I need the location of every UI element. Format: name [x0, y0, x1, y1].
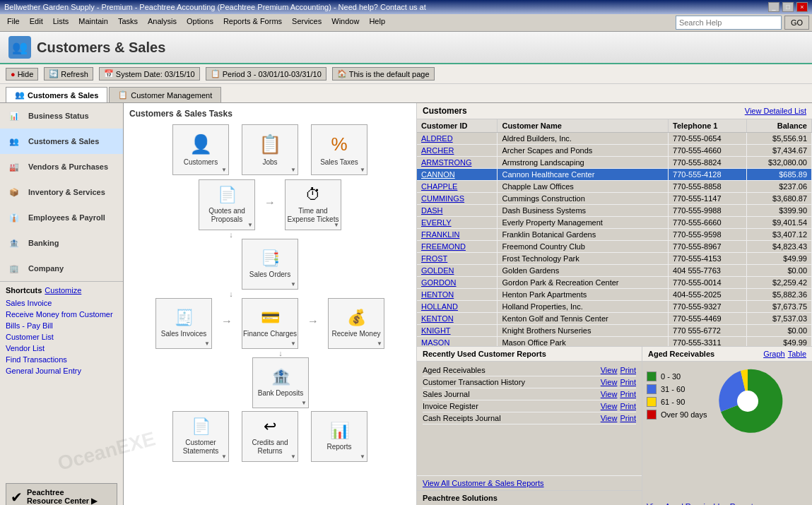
sidebar-item-company[interactable]: 🏢 Company: [0, 256, 123, 281]
col-customer-name[interactable]: Customer Name: [498, 119, 669, 133]
customer-id-MASON[interactable]: MASON: [421, 338, 449, 346]
table-row[interactable]: FRANKLIN Franklin Botanical Gardens 770-…: [417, 229, 812, 241]
system-date-button[interactable]: 📅 System Date: 03/15/10: [99, 67, 200, 81]
period-button[interactable]: 📋 Period 3 - 03/01/10-03/31/10: [206, 67, 326, 81]
view-aged-receivables-link[interactable]: View Aged Receivables Report: [647, 501, 808, 505]
customer-id-KENTON[interactable]: KENTON: [421, 314, 454, 323]
table-row[interactable]: ALDRED Aldred Builders, Inc. 770-555-065…: [417, 133, 812, 145]
graph-link[interactable]: Graph: [763, 350, 785, 358]
col-balance[interactable]: Balance: [746, 119, 811, 133]
task-reports[interactable]: 📊 Reports ▼: [307, 411, 371, 462]
table-row[interactable]: DASH Dash Business Systems 770-555-9988 …: [417, 205, 812, 217]
customer-id-GOLDEN[interactable]: GOLDEN: [421, 266, 454, 275]
shortcut-find-transactions[interactable]: Find Transactions: [6, 354, 117, 365]
shortcut-customer-list[interactable]: Customer List: [6, 331, 117, 343]
search-input[interactable]: [676, 16, 782, 30]
hide-button[interactable]: ● Hide: [6, 68, 38, 81]
menu-window[interactable]: Window: [327, 16, 363, 30]
sidebar-item-employees-payroll[interactable]: 👔 Employees & Payroll: [0, 205, 123, 230]
table-row[interactable]: KNIGHT Knight Brothers Nurseries 770 555…: [417, 325, 812, 337]
col-customer-id[interactable]: Customer ID: [417, 119, 498, 133]
table-row[interactable]: HENTON Henton Park Apartments 404-555-20…: [417, 289, 812, 301]
tab-customer-management[interactable]: 📋 Customer Management: [109, 87, 221, 102]
report-view-2[interactable]: View: [601, 390, 618, 398]
table-row[interactable]: GORDON Gordon Park & Recreation Center 7…: [417, 277, 812, 289]
report-view-0[interactable]: View: [601, 366, 618, 374]
menu-help[interactable]: Help: [365, 16, 389, 30]
menu-lists[interactable]: Lists: [49, 16, 73, 30]
shortcut-vendor-list[interactable]: Vendor List: [6, 343, 117, 354]
customer-id-KNIGHT[interactable]: KNIGHT: [421, 326, 451, 335]
menu-file[interactable]: File: [3, 16, 24, 30]
table-row[interactable]: CANNON Cannon Healthcare Center 770-555-…: [417, 169, 812, 181]
table-row[interactable]: MASON Mason Office Park 770-555-3311 $49…: [417, 337, 812, 347]
task-sales-invoices[interactable]: 🧾 Sales Invoices ▼: [152, 298, 216, 349]
customer-id-CHAPPLE[interactable]: CHAPPLE: [421, 182, 457, 191]
report-view-3[interactable]: View: [601, 402, 618, 410]
task-customers[interactable]: 👤 Customers ▼: [169, 124, 233, 175]
table-row[interactable]: FROST Frost Technology Park 770-555-4153…: [417, 253, 812, 265]
tab-customers-sales[interactable]: 👥 Customers & Sales: [6, 87, 107, 102]
sidebar-item-vendors-purchases[interactable]: 🏭 Vendors & Purchases: [0, 154, 123, 179]
menu-edit[interactable]: Edit: [25, 16, 47, 30]
task-quotes-proposals[interactable]: 📄 Quotes and Proposals ▼: [195, 179, 259, 230]
customer-id-FRANKLIN[interactable]: FRANKLIN: [421, 230, 459, 239]
sidebar-item-business-status[interactable]: 📊 Business Status: [0, 103, 123, 129]
task-bank-deposits[interactable]: 🏦 Bank Deposits ▼: [249, 357, 312, 408]
customize-link[interactable]: Customize: [45, 286, 81, 295]
sidebar-item-banking[interactable]: 🏦 Banking: [0, 230, 123, 256]
customer-id-FROST[interactable]: FROST: [421, 254, 447, 263]
go-button[interactable]: GO: [784, 16, 809, 30]
report-print-2[interactable]: Print: [620, 390, 636, 398]
table-row[interactable]: FREEMOND Freemond Country Club 770-555-8…: [417, 241, 812, 253]
sidebar-item-inventory-services[interactable]: 📦 Inventory & Services: [0, 179, 123, 205]
customer-id-ARMSTRONG[interactable]: ARMSTRONG: [421, 158, 472, 167]
resource-center[interactable]: ✔ PeachtreeResource Center ▶: [6, 483, 117, 505]
task-time-expense[interactable]: ⏱ Time and Expense Tickets ▼: [281, 179, 345, 230]
table-row[interactable]: ARMSTRONG Armstrong Landscaping 770-555-…: [417, 157, 812, 169]
customer-id-CUMMINGS[interactable]: CUMMINGS: [421, 194, 464, 203]
shortcut-bills[interactable]: Bills - Pay Bill: [6, 320, 117, 331]
table-link[interactable]: Table: [788, 350, 806, 358]
task-sales-taxes[interactable]: % Sales Taxes ▼: [307, 124, 371, 175]
table-row[interactable]: KENTON Kenton Golf and Tennis Center 770…: [417, 313, 812, 325]
table-row[interactable]: CUMMINGS Cummings Construction 770-555-1…: [417, 193, 812, 205]
report-view-4[interactable]: View: [601, 414, 618, 422]
report-view-1[interactable]: View: [601, 378, 618, 386]
shortcut-journal-entry[interactable]: General Journal Entry: [6, 365, 117, 376]
menu-tasks[interactable]: Tasks: [114, 16, 142, 30]
table-row[interactable]: CHAPPLE Chapple Law Offices 770-555-8858…: [417, 181, 812, 193]
view-all-reports-link[interactable]: View All Customer & Sales Reports: [417, 475, 642, 490]
table-row[interactable]: EVERLY Everly Property Management 770-55…: [417, 217, 812, 229]
task-jobs[interactable]: 📋 Jobs ▼: [238, 124, 302, 175]
customer-id-CANNON[interactable]: CANNON: [421, 170, 455, 179]
report-print-0[interactable]: Print: [620, 366, 636, 374]
table-row[interactable]: ARCHER Archer Scapes and Ponds 770-555-4…: [417, 145, 812, 157]
view-detailed-list-link[interactable]: View Detailed List: [745, 107, 806, 115]
col-telephone[interactable]: Telephone 1: [669, 119, 747, 133]
report-print-3[interactable]: Print: [620, 402, 636, 410]
customer-id-DASH[interactable]: DASH: [421, 206, 443, 215]
refresh-button[interactable]: 🔄 Refresh: [44, 67, 93, 81]
task-sales-orders[interactable]: 📑 Sales Orders ▼: [238, 239, 302, 290]
menu-services[interactable]: Services: [288, 16, 326, 30]
task-finance-charges[interactable]: 💳 Finance Charges ▼: [238, 298, 302, 349]
menu-options[interactable]: Options: [182, 16, 218, 30]
shortcut-sales-invoice[interactable]: Sales Invoice: [6, 297, 117, 309]
customer-id-GORDON[interactable]: GORDON: [421, 278, 457, 287]
close-button[interactable]: ×: [796, 2, 808, 12]
task-customer-statements[interactable]: 📄 Customer Statements ▼: [169, 411, 233, 462]
report-print-4[interactable]: Print: [620, 414, 636, 422]
menu-analysis[interactable]: Analysis: [143, 16, 181, 30]
menu-reports[interactable]: Reports & Forms: [219, 16, 286, 30]
task-credits-returns[interactable]: ↩ Credits and Returns ▼: [238, 411, 302, 462]
minimize-button[interactable]: _: [768, 2, 779, 12]
table-row[interactable]: HOLLAND Holland Properties, Inc. 770-555…: [417, 301, 812, 313]
customer-id-ARCHER[interactable]: ARCHER: [421, 146, 454, 155]
maximize-button[interactable]: □: [782, 2, 794, 12]
default-page-button[interactable]: 🏠 This is the default page: [332, 67, 435, 81]
sidebar-item-customers-sales[interactable]: 👥 Customers & Sales: [0, 129, 123, 154]
customer-id-ALDRED[interactable]: ALDRED: [421, 134, 453, 143]
shortcut-receive-money[interactable]: Receive Money from Customer: [6, 309, 117, 320]
task-receive-money[interactable]: 💰 Receive Money ▼: [324, 298, 388, 349]
